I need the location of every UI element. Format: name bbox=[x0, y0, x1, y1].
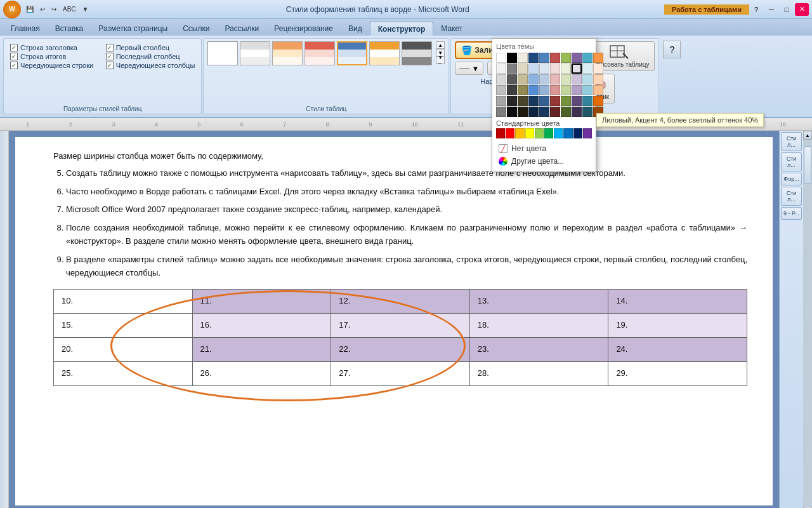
theme-color-cell-43[interactable] bbox=[528, 96, 539, 106]
theme-color-cell-54[interactable] bbox=[539, 107, 549, 117]
cb-first-col[interactable]: ✓ Первый столбец bbox=[106, 44, 195, 51]
theme-color-cell-10[interactable] bbox=[496, 64, 506, 74]
redo-button[interactable]: ↪ bbox=[49, 4, 59, 14]
tab-layout[interactable]: Разметка страницы bbox=[91, 22, 175, 36]
standard-color-cell-1[interactable] bbox=[506, 128, 514, 138]
tab-home[interactable]: Главная bbox=[3, 22, 48, 36]
cb-banded-rows-box[interactable]: ✓ bbox=[10, 62, 18, 69]
theme-color-cell-32[interactable] bbox=[518, 85, 528, 95]
theme-color-cell-51[interactable] bbox=[507, 107, 517, 117]
theme-color-cell-18[interactable] bbox=[582, 64, 593, 74]
save-button[interactable]: 💾 bbox=[23, 4, 36, 14]
theme-color-cell-3[interactable] bbox=[528, 53, 539, 63]
theme-color-cell-17[interactable] bbox=[572, 64, 582, 74]
minimize-button[interactable]: ─ bbox=[764, 3, 778, 16]
table-style-2[interactable] bbox=[240, 41, 270, 65]
right-panel-item-2[interactable]: Стил... bbox=[781, 152, 802, 171]
theme-color-cell-15[interactable] bbox=[550, 64, 560, 74]
theme-color-cell-47[interactable] bbox=[572, 96, 582, 106]
standard-color-cell-6[interactable] bbox=[554, 128, 563, 138]
theme-color-cell-41[interactable] bbox=[507, 96, 517, 106]
theme-color-cell-46[interactable] bbox=[561, 96, 571, 106]
theme-color-cell-1[interactable] bbox=[507, 53, 517, 63]
theme-color-cell-28[interactable] bbox=[582, 74, 593, 84]
theme-color-cell-26[interactable] bbox=[561, 74, 571, 84]
close-button[interactable]: ✕ bbox=[795, 3, 809, 16]
theme-color-cell-20[interactable] bbox=[496, 74, 506, 84]
right-panel-item-4[interactable]: Стил... bbox=[781, 187, 802, 206]
tab-insert[interactable]: Вставка bbox=[48, 22, 91, 36]
theme-color-cell-56[interactable] bbox=[561, 107, 571, 117]
table-style-1[interactable] bbox=[207, 41, 238, 65]
theme-color-cell-40[interactable] bbox=[496, 96, 506, 106]
theme-color-cell-49[interactable] bbox=[593, 96, 603, 106]
theme-color-cell-44[interactable] bbox=[539, 96, 549, 106]
undo-button[interactable]: ↩ bbox=[37, 4, 48, 14]
theme-color-cell-30[interactable] bbox=[496, 85, 506, 95]
customize-button[interactable]: ▼ bbox=[80, 4, 91, 14]
theme-color-cell-24[interactable] bbox=[539, 74, 549, 84]
cb-total-row-box[interactable]: ✓ bbox=[10, 53, 18, 60]
cb-header-row[interactable]: ✓ Строка заголовка bbox=[10, 44, 100, 51]
theme-color-cell-31[interactable] bbox=[507, 85, 517, 95]
ribbon-help-button[interactable]: ? bbox=[663, 41, 681, 58]
table-style-6[interactable] bbox=[369, 41, 400, 65]
theme-color-cell-7[interactable] bbox=[572, 53, 582, 63]
theme-color-cell-35[interactable] bbox=[550, 85, 560, 95]
styles-more-arrow[interactable]: ▼─ bbox=[436, 57, 445, 64]
theme-color-cell-52[interactable] bbox=[518, 107, 528, 117]
theme-color-cell-5[interactable] bbox=[550, 53, 560, 63]
theme-color-cell-22[interactable] bbox=[518, 74, 528, 84]
theme-color-cell-9[interactable] bbox=[593, 53, 603, 63]
theme-color-cell-57[interactable] bbox=[572, 107, 582, 117]
spell-check-button[interactable]: ABC bbox=[60, 4, 79, 14]
table-style-4[interactable] bbox=[304, 41, 335, 65]
theme-color-cell-34[interactable] bbox=[539, 85, 549, 95]
standard-color-cell-4[interactable] bbox=[535, 128, 544, 138]
tab-design[interactable]: Конструктор bbox=[370, 22, 434, 36]
cb-banded-cols[interactable]: ✓ Чередующиеся столбцы bbox=[106, 62, 195, 69]
theme-color-cell-53[interactable] bbox=[528, 107, 539, 117]
more-colors-item[interactable]: Другие цвета... bbox=[496, 155, 592, 168]
theme-color-cell-27[interactable] bbox=[572, 74, 582, 84]
theme-color-cell-16[interactable] bbox=[561, 64, 571, 74]
theme-color-cell-21[interactable] bbox=[507, 74, 517, 84]
scroll-up-arrow[interactable]: ▲ bbox=[803, 131, 812, 140]
cb-first-col-box[interactable]: ✓ bbox=[106, 44, 114, 51]
theme-color-cell-25[interactable] bbox=[550, 74, 560, 84]
theme-color-cell-4[interactable] bbox=[539, 53, 549, 63]
border-style-button[interactable]: ── ▼ bbox=[455, 62, 483, 75]
no-color-item[interactable]: ╱ Нет цвета bbox=[496, 142, 592, 155]
theme-color-cell-8[interactable] bbox=[582, 53, 593, 63]
theme-color-cell-55[interactable] bbox=[550, 107, 560, 117]
theme-color-cell-33[interactable] bbox=[528, 85, 539, 95]
vertical-scrollbar[interactable]: ▲ ▼ bbox=[803, 131, 812, 508]
theme-color-cell-39[interactable] bbox=[593, 85, 603, 95]
tab-mail[interactable]: Рассылки bbox=[217, 22, 266, 36]
standard-color-cell-0[interactable] bbox=[496, 128, 505, 138]
tab-refs[interactable]: Ссылки bbox=[175, 22, 217, 36]
theme-color-cell-29[interactable] bbox=[593, 74, 603, 84]
theme-color-cell-2[interactable] bbox=[518, 53, 528, 63]
tab-review[interactable]: Рецензирование bbox=[266, 22, 341, 36]
right-panel-item-1[interactable]: Стил... bbox=[781, 132, 802, 151]
document-scroll[interactable]: Размер ширины столбца может быть по соде… bbox=[9, 131, 779, 508]
standard-color-cell-2[interactable] bbox=[515, 128, 524, 138]
theme-color-cell-14[interactable] bbox=[539, 64, 549, 74]
styles-up-arrow[interactable]: ▲ bbox=[436, 41, 445, 49]
cb-banded-cols-box[interactable]: ✓ bbox=[106, 62, 114, 69]
theme-color-cell-0[interactable] bbox=[496, 53, 506, 63]
scroll-track[interactable] bbox=[803, 140, 812, 507]
theme-color-cell-6[interactable] bbox=[561, 53, 571, 63]
theme-color-cell-23[interactable] bbox=[528, 74, 539, 84]
standard-color-cell-3[interactable] bbox=[525, 128, 534, 138]
right-panel-item-3[interactable]: Фор... bbox=[781, 173, 802, 185]
tab-view[interactable]: Вид bbox=[341, 22, 370, 36]
theme-color-cell-48[interactable] bbox=[582, 96, 593, 106]
standard-color-cell-7[interactable] bbox=[563, 128, 572, 138]
scroll-thumb[interactable] bbox=[804, 146, 811, 184]
cb-header-row-box[interactable]: ✓ bbox=[10, 44, 18, 51]
office-logo[interactable]: W bbox=[3, 1, 21, 18]
theme-color-cell-45[interactable] bbox=[550, 96, 560, 106]
theme-color-cell-11[interactable] bbox=[507, 64, 517, 74]
